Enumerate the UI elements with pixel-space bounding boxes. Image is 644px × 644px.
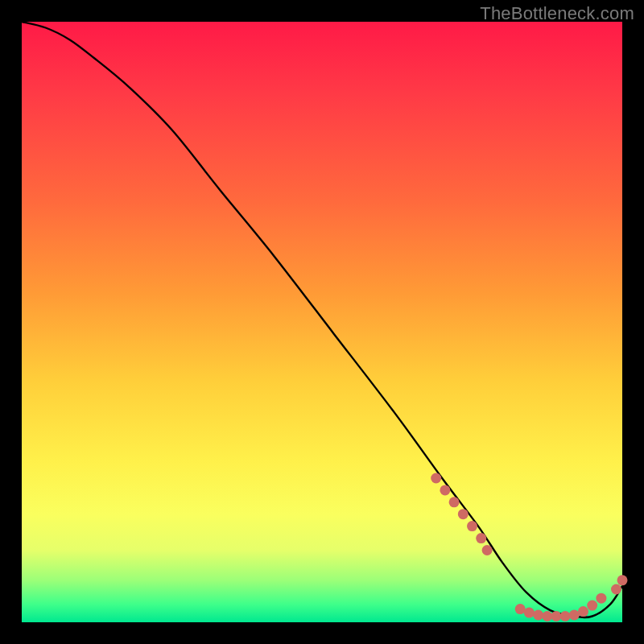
dot-icon: [524, 608, 535, 618]
plot-area: [22, 22, 622, 622]
dot-icon: [560, 611, 571, 621]
highlight-dots: [431, 473, 627, 622]
bottleneck-curve: [22, 22, 622, 617]
dot-icon: [587, 601, 597, 611]
dot-icon: [617, 575, 628, 585]
dot-icon: [431, 473, 441, 484]
dot-icon: [596, 593, 606, 604]
dot-icon: [458, 509, 469, 519]
dot-icon: [515, 604, 526, 614]
dot-icon: [611, 584, 621, 595]
chart-stage: TheBottleneck.com: [0, 0, 644, 644]
dot-icon: [569, 610, 580, 621]
dot-icon: [482, 545, 493, 555]
dot-icon: [449, 497, 460, 507]
dot-icon: [467, 521, 477, 531]
dot-icon: [476, 533, 486, 543]
dot-icon: [440, 485, 450, 495]
dot-icon: [533, 610, 543, 621]
curve-layer: [22, 22, 622, 622]
dot-icon: [578, 606, 588, 617]
dot-icon: [551, 611, 561, 621]
dot-icon: [542, 611, 552, 621]
